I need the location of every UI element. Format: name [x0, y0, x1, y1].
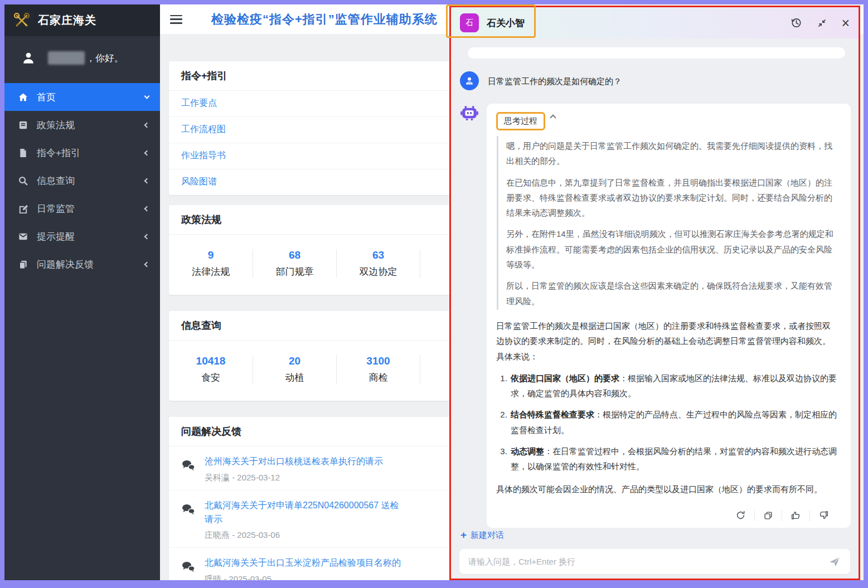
thinking-toggle[interactable]: 思考过程 [496, 112, 837, 130]
redacted-username [48, 51, 85, 65]
stat-value: 10418 [169, 355, 253, 367]
new-chat-button[interactable]: + 新建对话 [460, 529, 850, 541]
copy-icon[interactable] [754, 510, 782, 521]
chat-assistant-panel: 石 石关小智 × 日常监管工作的频次是如何确定的？ [449, 6, 860, 580]
chevron-up-icon [550, 114, 556, 120]
chat-input[interactable] [468, 557, 828, 566]
sidebar-item-label: 指令+指引 [37, 147, 145, 159]
chat-bubbles-icon [181, 503, 196, 516]
assistant-message-bubble: 思考过程 嗯，用户的问题是关于日常监管工作频次如何确定的。我需要先仔细阅读提供的… [487, 104, 851, 528]
chat-message-area: 日常监管工作的频次是如何确定的？ [451, 38, 859, 579]
sidebar: 石家庄海关 ，你好。 首页 政策法规 指令+指引 [4, 4, 160, 580]
book-icon [18, 120, 28, 130]
sidebar-item-problem-feedback[interactable]: 问题解决反馈 [4, 250, 160, 278]
stat-label: 双边协定 [337, 265, 420, 278]
feedback-title: 沧州海关关于对出口核桃送检表单执行的请示 [205, 455, 383, 469]
new-chat-label: 新建对话 [471, 530, 504, 541]
feedback-meta: 吴科瀛 - 2025-03-12 [205, 473, 383, 483]
chevron-left-icon [144, 150, 150, 155]
stat-laws[interactable]: 9 法律法规 [169, 249, 253, 278]
hamburger-menu-icon[interactable] [170, 15, 182, 24]
copy-pages-icon [18, 259, 28, 270]
collapse-icon[interactable] [816, 17, 828, 29]
chat-input-bar [459, 549, 850, 574]
sidebar-menu: 首页 政策法规 指令+指引 信息查询 日常监管 [4, 83, 160, 278]
chevron-left-icon [144, 206, 150, 211]
brand-name: 石家庄海关 [38, 13, 96, 28]
regenerate-icon[interactable] [727, 510, 754, 521]
user-icon [21, 51, 36, 65]
app-window: 石家庄海关 ，你好。 首页 政策法规 指令+指引 [0, 0, 868, 588]
assistant-message-row: 思考过程 嗯，用户的问题是关于日常监管工作频次如何确定的。我需要先仔细阅读提供的… [460, 104, 852, 528]
stat-value: 20 [253, 355, 336, 367]
chat-bubbles-icon [181, 561, 196, 573]
stat-commodity[interactable]: 3100 商检 [336, 355, 420, 384]
answer-list: 依据进口国家（地区）的要求：根据输入国家或地区的法律法规、标准以及双边协议的要求… [496, 371, 837, 474]
stat-food-safety[interactable]: 10418 食安 [169, 355, 253, 384]
message-actions [496, 510, 837, 521]
stat-label: 法律法规 [169, 265, 253, 278]
answer-outro: 具体的频次可能会因企业的情况、产品的类型以及进口国家（地区）的要求而有所不同。 [496, 482, 837, 497]
greeting-text: ，你好。 [86, 52, 124, 65]
edit-icon [18, 203, 28, 214]
chat-bubbles-icon [181, 459, 196, 472]
chevron-left-icon [144, 178, 150, 183]
chevron-left-icon [144, 234, 150, 239]
feedback-title: 北戴河海关关于对申请单225N04260000567 送检 请示 [205, 499, 399, 527]
thinking-content: 嗯，用户的问题是关于日常监管工作频次如何确定的。我需要先仔细阅读提供的资料，找出… [497, 136, 837, 310]
stat-animal-plant[interactable]: 20 动植 [253, 355, 336, 384]
thinking-label-annotation: 思考过程 [496, 112, 545, 130]
chat-header: 石 石关小智 × [451, 7, 859, 38]
stat-bilateral[interactable]: 63 双边协定 [336, 249, 420, 278]
stat-label: 商检 [337, 371, 420, 384]
feedback-meta: 庄晓燕 - 2025-03-06 [205, 530, 399, 541]
chat-footer: + 新建对话 [459, 529, 850, 574]
feedback-meta: 呼晴 - 2025-03-05 [205, 574, 401, 580]
sidebar-item-label: 日常监管 [37, 202, 145, 215]
search-icon [18, 176, 28, 186]
user-avatar [460, 71, 479, 90]
system-title: 检验检疫“指令+指引”监管作业辅助系统 [211, 11, 438, 28]
previous-message-remnant [468, 47, 845, 59]
stat-value: 3100 [337, 355, 420, 367]
sidebar-item-info-query[interactable]: 信息查询 [4, 167, 160, 195]
sidebar-item-directives[interactable]: 指令+指引 [4, 139, 160, 167]
thumbs-down-icon[interactable] [809, 510, 837, 521]
file-icon [18, 148, 28, 158]
stat-value: 9 [169, 249, 253, 261]
user-message-row: 日常监管工作的频次是如何确定的？ [460, 71, 852, 90]
stat-label: 食安 [169, 371, 253, 384]
home-icon [18, 92, 28, 103]
sidebar-item-label: 提示提醒 [37, 230, 145, 243]
robot-icon [460, 104, 479, 123]
assistant-avatar: 石 [460, 13, 479, 32]
stat-value: 63 [337, 249, 420, 261]
sidebar-item-policy[interactable]: 政策法规 [4, 111, 160, 139]
thinking-paragraph: 所以，日常监管的频次应该是综合这些因素来确定的，确保既符合法规要求，又能有效管理… [506, 278, 835, 309]
send-icon[interactable] [828, 555, 841, 568]
user-question: 日常监管工作的频次是如何确定的？ [488, 76, 622, 90]
answer-list-item: 结合特殊监督检查要求：根据特定的产品特点、生产过程中的风险点等因素，制定相应的监… [510, 407, 837, 438]
close-icon[interactable]: × [841, 16, 850, 30]
answer-list-item: 依据进口国家（地区）的要求：根据输入国家或地区的法律法规、标准以及双边协议的要求… [510, 371, 837, 401]
plus-icon: + [460, 529, 467, 541]
sidebar-item-home[interactable]: 首页 [4, 83, 160, 111]
stat-regulations[interactable]: 68 部门规章 [253, 249, 336, 278]
chat-title: 石关小智 [487, 17, 525, 30]
thumbs-up-icon[interactable] [782, 510, 809, 521]
stat-label: 动植 [253, 371, 336, 384]
stat-value: 68 [253, 249, 336, 261]
chevron-left-icon [144, 122, 150, 128]
sidebar-item-reminders[interactable]: 提示提醒 [4, 222, 160, 250]
feedback-title: 北戴河海关关于出口玉米淀粉产品检验项目名称的 [205, 556, 401, 570]
thinking-paragraph: 嗯，用户的问题是关于日常监管工作频次如何确定的。我需要先仔细阅读提供的资料，找出… [506, 138, 835, 169]
customs-keys-logo-icon [12, 11, 31, 30]
user-greeting: ，你好。 [4, 36, 160, 77]
chevron-left-icon [144, 261, 150, 267]
answer-intro: 日常监管工作的频次是根据进口国家（地区）的注册要求和特殊监督检查要求，或者按照双… [496, 318, 837, 364]
envelope-icon [18, 231, 28, 242]
stat-label: 部门规章 [253, 265, 336, 278]
sidebar-item-daily-supervision[interactable]: 日常监管 [4, 195, 160, 222]
history-clock-icon[interactable] [790, 17, 802, 29]
sidebar-item-label: 政策法规 [37, 119, 145, 132]
